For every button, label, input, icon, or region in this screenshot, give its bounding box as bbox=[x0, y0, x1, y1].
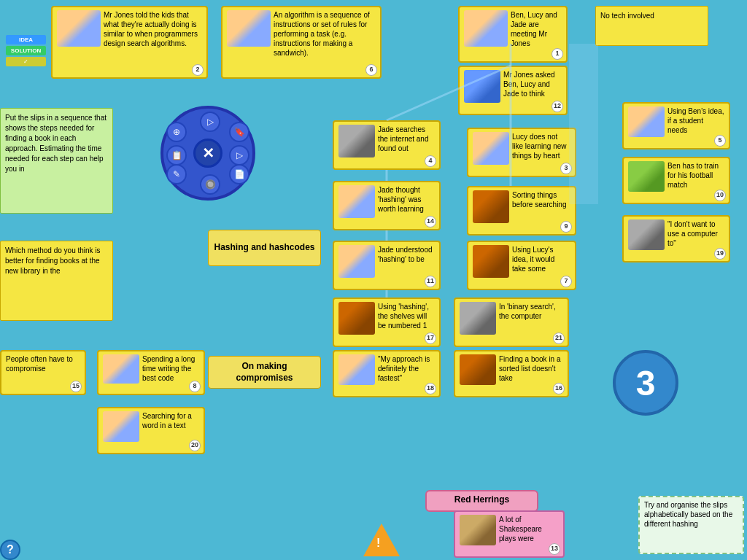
card-8-number: 8 bbox=[189, 381, 201, 392]
card-7-number: 7 bbox=[560, 276, 572, 287]
card-5[interactable]: Using Ben's idea, if a student needs 5 bbox=[622, 102, 730, 149]
card-15-text: People often have to compromise bbox=[6, 355, 73, 373]
card-1[interactable]: Ben, Lucy and Jade are meeting Mr Jones … bbox=[458, 6, 568, 63]
red-herrings-label: Red Herrings bbox=[425, 490, 538, 512]
menu-btn-topleft[interactable]: ⊕ bbox=[166, 122, 187, 142]
card-9-text: Sorting things before searching bbox=[512, 190, 570, 209]
card-21-text: In 'binary search', the computer bbox=[499, 302, 563, 321]
card-12-img bbox=[464, 70, 500, 103]
card-17-number: 17 bbox=[425, 332, 436, 344]
card-5-text: Using Ben's idea, if a student needs bbox=[667, 106, 724, 135]
card-21[interactable]: In 'binary search', the computer 21 bbox=[454, 298, 569, 347]
card-5-number: 5 bbox=[714, 135, 726, 147]
group-label-hashing: Hashing and hashcodes bbox=[208, 230, 321, 266]
card-11[interactable]: Jade understood 'hashing' to be 11 bbox=[333, 241, 441, 290]
card-10[interactable]: Ben has to train for his football match … bbox=[622, 157, 730, 204]
sticky-organise: Try and organise the slips alphabeticall… bbox=[638, 496, 744, 554]
card-14-number: 14 bbox=[425, 216, 436, 228]
group-label-compromises: On making compromises bbox=[208, 356, 321, 389]
sticky-text-2: Which method do you think is better for … bbox=[5, 246, 101, 275]
card-20-number: 20 bbox=[189, 440, 201, 451]
sticky-text-1: Put the slips in a sequence that shows t… bbox=[5, 114, 107, 173]
card-14[interactable]: Jade thought 'hashing' was worth learnin… bbox=[333, 181, 441, 230]
card-20[interactable]: Searching for a word in a text 20 bbox=[97, 407, 205, 454]
card-4-text: Jade searches the internet and found out bbox=[378, 125, 435, 153]
card-1-img bbox=[464, 10, 508, 47]
card-12-number: 12 bbox=[551, 101, 563, 112]
card-11-img bbox=[338, 245, 375, 278]
card-9-number: 9 bbox=[560, 221, 572, 233]
card-18-number: 18 bbox=[425, 383, 436, 394]
card-13-text: A lot of Shakespeare plays were bbox=[499, 515, 559, 543]
menu-btn-topright[interactable]: 🔖 bbox=[229, 122, 249, 142]
menu-btn-bottom[interactable]: 🔘 bbox=[200, 174, 220, 195]
card-13-number: 13 bbox=[549, 543, 560, 555]
card-21-img bbox=[460, 302, 496, 335]
card-13[interactable]: A lot of Shakespeare plays were 13 bbox=[454, 510, 565, 558]
card-19[interactable]: "I don't want to use a computer to" 19 bbox=[622, 215, 730, 262]
solution-badge: SOLUTION bbox=[6, 46, 46, 55]
card-4-img bbox=[338, 125, 375, 158]
sticky-instructions-2: Which method do you think is better for … bbox=[0, 241, 113, 321]
card-3-text: Lucy does not like learning new things b… bbox=[512, 132, 570, 160]
card-10-img bbox=[628, 161, 665, 192]
card-6-text: An algorithm is a sequence of instructio… bbox=[274, 10, 376, 58]
card-15[interactable]: People often have to compromise 15 bbox=[0, 350, 86, 395]
card-10-text: Ben has to train for his football match bbox=[667, 161, 724, 190]
card-15-number: 15 bbox=[70, 381, 82, 392]
circle-menu[interactable]: ▷ 🔖 ▷ 📄 🔘 ✎ 📋 ⊕ ✕ bbox=[160, 106, 255, 201]
card-6[interactable]: An algorithm is a sequence of instructio… bbox=[221, 6, 382, 79]
menu-btn-right[interactable]: ▷ bbox=[229, 145, 249, 166]
card-2-number: 2 bbox=[192, 64, 204, 76]
menu-center-x[interactable]: ✕ bbox=[193, 139, 222, 168]
card-18[interactable]: "My approach is definitely the fastest" … bbox=[333, 350, 441, 397]
card-9-img bbox=[473, 190, 509, 223]
card-20-img bbox=[103, 411, 139, 442]
card-4[interactable]: Jade searches the internet and found out… bbox=[333, 120, 441, 170]
menu-btn-top[interactable]: ▷ bbox=[200, 112, 220, 132]
card-12[interactable]: Mr Jones asked Ben, Lucy and Jade to thi… bbox=[458, 66, 568, 115]
card-19-text: "I don't want to use a computer to" bbox=[667, 219, 724, 248]
card-8[interactable]: Spending a long time writing the best co… bbox=[97, 350, 205, 395]
menu-btn-left[interactable]: 📋 bbox=[166, 145, 187, 166]
card-18-img bbox=[338, 354, 375, 385]
card-6-img bbox=[227, 10, 271, 47]
card-16[interactable]: Finding a book in a sorted list doesn't … bbox=[454, 350, 569, 397]
card-5-img bbox=[628, 106, 665, 137]
check-icon: ✓ bbox=[6, 57, 46, 66]
card-8-text: Spending a long time writing the best co… bbox=[142, 354, 199, 383]
card-1-text: Ben, Lucy and Jade are meeting Mr Jones bbox=[511, 10, 562, 48]
card-17-img bbox=[338, 302, 375, 335]
menu-btn-bottomleft[interactable]: ✎ bbox=[166, 164, 187, 184]
big-number-3: 3 bbox=[613, 350, 678, 416]
card-7[interactable]: Using Lucy's idea, it would take some 7 bbox=[467, 241, 576, 290]
card-16-number: 16 bbox=[553, 383, 565, 394]
card-2[interactable]: Mr Jones told the kids that what they're… bbox=[51, 6, 208, 79]
svg-marker-6 bbox=[569, 44, 598, 204]
menu-btn-bottomright[interactable]: 📄 bbox=[229, 164, 249, 184]
info-icon[interactable]: ? bbox=[0, 540, 20, 560]
sticky-no-tech: No tech involved bbox=[595, 6, 708, 46]
card-6-number: 6 bbox=[365, 64, 377, 76]
card-20-text: Searching for a word in a text bbox=[142, 411, 199, 430]
card-2-text: Mr Jones told the kids that what they're… bbox=[104, 10, 202, 48]
card-9[interactable]: Sorting things before searching 9 bbox=[467, 186, 576, 236]
card-17[interactable]: Using 'hashing', the shelves will be num… bbox=[333, 298, 441, 347]
card-21-number: 21 bbox=[553, 332, 565, 344]
idea-solution-badges: IDEA SOLUTION ✓ bbox=[6, 35, 46, 66]
card-7-img bbox=[473, 245, 509, 278]
card-7-text: Using Lucy's idea, it would take some bbox=[512, 245, 570, 273]
card-2-img bbox=[57, 10, 101, 47]
card-11-text: Jade understood 'hashing' to be bbox=[378, 245, 435, 264]
card-8-img bbox=[103, 354, 139, 384]
card-19-number: 19 bbox=[714, 248, 726, 260]
idea-badge: IDEA bbox=[6, 35, 46, 44]
warning-icon bbox=[363, 524, 400, 556]
card-14-text: Jade thought 'hashing' was worth learnin… bbox=[378, 185, 435, 214]
card-14-img bbox=[338, 185, 375, 218]
card-1-number: 1 bbox=[551, 48, 563, 60]
card-4-number: 4 bbox=[425, 155, 436, 167]
sticky-text-3: No tech involved bbox=[600, 12, 654, 20]
card-13-img bbox=[460, 515, 496, 545]
card-3[interactable]: Lucy does not like learning new things b… bbox=[467, 128, 576, 177]
